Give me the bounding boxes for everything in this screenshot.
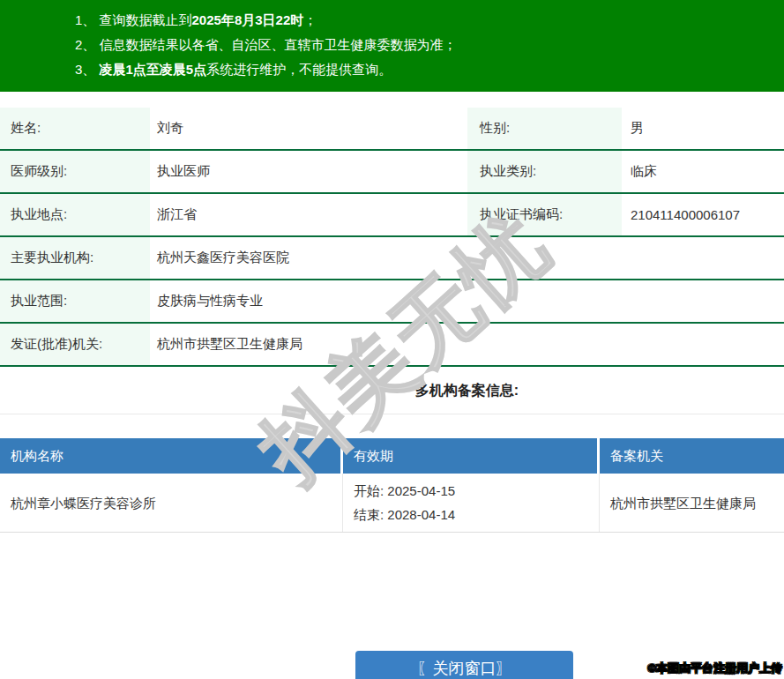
notice-line-2-text: 2、 信息数据结果以各省、自治区、直辖市卫生健康委数据为准； xyxy=(75,37,457,52)
table-row: 杭州章小蝶医疗美容诊所 开始: 2025-04-15 结束: 2028-04-1… xyxy=(0,474,784,533)
notice-line-1: 1、 查询数据截止到2025年8月3日22时； xyxy=(75,8,775,33)
gender-value: 男 xyxy=(622,108,784,149)
validity-start-text: 开始: 2025-04-15 xyxy=(354,479,599,503)
notice-line-3-text: 3、 xyxy=(75,62,100,77)
validity-period-cell: 开始: 2025-04-15 结束: 2028-04-14 xyxy=(343,474,600,532)
validity-period-header: 有效期 xyxy=(343,438,600,474)
notice-line-2: 2、 信息数据结果以各省、自治区、直辖市卫生健康委数据为准； xyxy=(75,33,775,57)
validity-end-text: 结束: 2028-04-14 xyxy=(354,503,599,526)
multi-institution-section-title: 多机构备案信息: xyxy=(0,367,784,414)
filing-table-header: 机构名称 有效期 备案机关 xyxy=(0,438,784,474)
notice-line-1-bold: 2025年8月3日22时 xyxy=(192,12,304,27)
filing-table: 机构名称 有效期 备案机关 杭州章小蝶医疗美容诊所 开始: 2025-04-15… xyxy=(0,438,784,533)
certificate-number-label: 执业证书编码: xyxy=(467,194,622,235)
table-row: 医师级别: 执业医师 执业类别: 临床 xyxy=(0,151,784,194)
close-window-button[interactable]: 〖关闭窗口〗 xyxy=(355,651,573,679)
notice-banner: 1、 查询数据截止到2025年8月3日22时； 2、 信息数据结果以各省、自治区… xyxy=(0,0,784,92)
filing-authority-cell: 杭州市拱墅区卫生健康局 xyxy=(600,474,784,532)
notice-line-3-tail: 系统进行维护，不能提供查询。 xyxy=(206,62,392,77)
issuing-authority-value: 杭州市拱墅区卫生健康局 xyxy=(150,324,784,365)
notice-line-3-bold: 凌晨1点至凌晨5点 xyxy=(100,62,207,77)
table-row: 姓名: 刘奇 性别: 男 xyxy=(0,108,784,151)
practice-location-label: 执业地点: xyxy=(0,194,150,235)
name-label: 姓名: xyxy=(0,108,150,149)
org-name-cell: 杭州章小蝶医疗美容诊所 xyxy=(0,474,343,532)
org-name-header: 机构名称 xyxy=(0,438,343,474)
notice-line-3: 3、 凌晨1点至凌晨5点系统进行维护，不能提供查询。 xyxy=(75,57,775,82)
table-row: 执业地点: 浙江省 执业证书编码: 210411400006107 xyxy=(0,194,784,237)
upload-attribution-caption: ©本图由平台注册用户上传 xyxy=(647,660,782,676)
table-row: 主要执业机构: 杭州天鑫医疗美容医院 xyxy=(0,237,784,280)
filing-authority-header: 备案机关 xyxy=(600,438,784,474)
notice-line-1-text: 1、 查询数据截止到 xyxy=(75,12,192,27)
notice-line-1-tail: ； xyxy=(303,12,317,27)
issuing-authority-label: 发证(批准)机关: xyxy=(0,324,150,365)
practice-location-value: 浙江省 xyxy=(150,194,467,235)
filing-authority-text: 杭州市拱墅区卫生健康局 xyxy=(610,491,784,515)
doctor-level-value: 执业医师 xyxy=(150,151,467,192)
main-institution-value: 杭州天鑫医疗美容医院 xyxy=(150,237,784,279)
table-row: 发证(批准)机关: 杭州市拱墅区卫生健康局 xyxy=(0,324,784,367)
doctor-level-label: 医师级别: xyxy=(0,151,150,192)
practice-category-value: 临床 xyxy=(622,151,784,192)
name-value: 刘奇 xyxy=(150,108,467,149)
gender-label: 性别: xyxy=(467,108,622,149)
main-institution-label: 主要执业机构: xyxy=(0,237,150,279)
doctor-info-table: 姓名: 刘奇 性别: 男 医师级别: 执业医师 执业类别: 临床 执业地点: 浙… xyxy=(0,108,784,367)
practice-scope-value: 皮肤病与性病专业 xyxy=(150,280,784,322)
org-name-text: 杭州章小蝶医疗美容诊所 xyxy=(11,491,342,515)
practice-scope-label: 执业范围: xyxy=(0,280,150,322)
practice-category-label: 执业类别: xyxy=(467,151,622,192)
certificate-number-value: 210411400006107 xyxy=(622,194,784,235)
table-row: 执业范围: 皮肤病与性病专业 xyxy=(0,280,784,324)
